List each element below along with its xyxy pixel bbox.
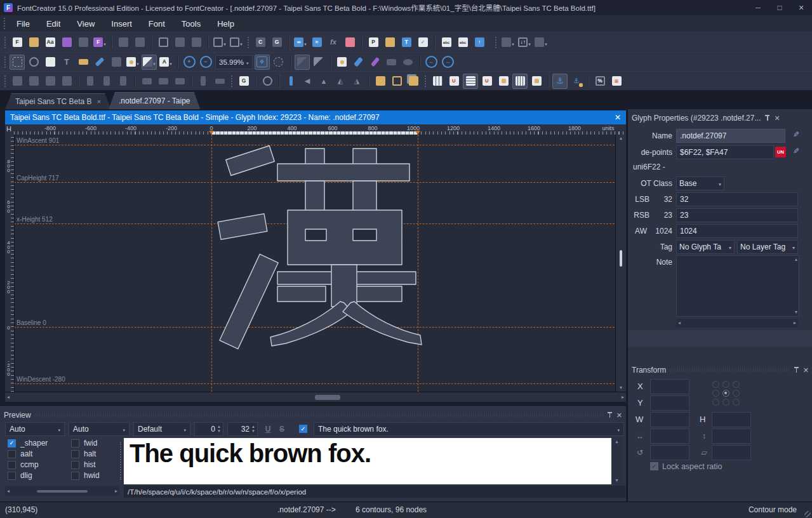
- paste-button[interactable]: [189, 35, 204, 50]
- glyph-contour[interactable]: [226, 146, 275, 176]
- advance-width-input[interactable]: [676, 224, 798, 238]
- ellipse-tool-button[interactable]: [401, 55, 416, 70]
- align-left-button[interactable]: [83, 74, 98, 89]
- align-center-button[interactable]: [99, 74, 114, 89]
- fill-tool-button[interactable]: [109, 55, 124, 70]
- spinner-arrows-icon[interactable]: ▲▼: [251, 425, 255, 433]
- remove-link-button[interactable]: ≈: [309, 35, 324, 50]
- tab-glyph-editor[interactable]: .notdef.27097 - Taipe: [109, 92, 201, 109]
- align-bottom-button[interactable]: [172, 74, 187, 89]
- skew-button[interactable]: [283, 74, 298, 89]
- union-button[interactable]: [373, 74, 388, 89]
- y-input[interactable]: [650, 395, 689, 411]
- text-tool-button[interactable]: T: [59, 55, 74, 70]
- features-scroll-thumb[interactable]: [37, 490, 88, 493]
- font-properties-button[interactable]: P: [366, 35, 381, 50]
- feature-row[interactable]: dlig: [8, 471, 32, 480]
- canvas-horizontal-scrollbar[interactable]: [5, 392, 626, 402]
- feature-row[interactable]: _shaper: [8, 439, 48, 448]
- scroll-left-icon[interactable]: [7, 395, 10, 400]
- new-font-button[interactable]: F: [10, 35, 25, 50]
- tab-close-icon[interactable]: [97, 97, 101, 106]
- script-select[interactable]: Auto: [69, 422, 130, 436]
- show-grid-button[interactable]: [430, 74, 445, 89]
- feature-row[interactable]: hwid: [71, 471, 100, 480]
- vertical-scroll-thumb[interactable]: [620, 250, 622, 267]
- menu-insert[interactable]: Insert: [103, 15, 140, 32]
- reset-orientation-button[interactable]: [260, 74, 275, 89]
- underline-toggle[interactable]: U: [263, 423, 273, 435]
- origin-dot-selected[interactable]: [722, 390, 729, 397]
- unicode-badge[interactable]: UN: [775, 147, 786, 157]
- menu-file[interactable]: File: [8, 15, 38, 32]
- lock-aspect-checkbox[interactable]: [650, 462, 658, 470]
- height-input[interactable]: [712, 412, 751, 427]
- save-all-button[interactable]: [76, 35, 91, 50]
- x-input[interactable]: [650, 379, 689, 394]
- horizontal-scroll-thumb[interactable]: [315, 395, 340, 400]
- feature-checkbox[interactable]: [71, 461, 79, 469]
- glyph-contour[interactable]: [353, 149, 376, 165]
- glyph-contour[interactable]: [220, 254, 278, 349]
- glyph-contour[interactable]: [277, 286, 326, 302]
- em-square-button[interactable]: ⊞: [609, 74, 624, 89]
- rotate-cw-button[interactable]: ◮: [349, 74, 364, 89]
- windescent-guide[interactable]: [14, 383, 615, 384]
- knife-tool-button[interactable]: [92, 55, 107, 70]
- features-scrollbar[interactable]: [5, 486, 119, 496]
- language-select[interactable]: Default: [133, 422, 190, 436]
- insert-link-button[interactable]: ∞: [293, 35, 308, 50]
- lsb-input[interactable]: [676, 192, 798, 206]
- scroll-right-icon[interactable]: [622, 395, 624, 400]
- glyph-contour[interactable]: [270, 302, 352, 346]
- resize-grip-icon[interactable]: [804, 511, 811, 517]
- glyph-window-close-icon[interactable]: [615, 113, 621, 122]
- ot-class-select[interactable]: Base: [676, 176, 724, 190]
- fill-mode-button[interactable]: [142, 55, 157, 70]
- menu-edit[interactable]: Edit: [38, 15, 69, 32]
- zoom-out-button[interactable]: −: [198, 55, 213, 70]
- preview-splitter[interactable]: [120, 442, 121, 480]
- scroll-left-icon[interactable]: [678, 321, 681, 326]
- bring-to-front-button[interactable]: [10, 74, 25, 89]
- scroll-up-icon[interactable]: [615, 439, 618, 444]
- scroll-up-icon[interactable]: [620, 136, 622, 141]
- rectangle-tool-button[interactable]: [384, 55, 399, 70]
- align-middle-button[interactable]: [156, 74, 171, 89]
- navigate-forward-button[interactable]: →: [441, 55, 456, 70]
- glyph-name-input[interactable]: [676, 129, 785, 143]
- pen-tool-button[interactable]: [368, 55, 383, 70]
- webfont-names-button[interactable]: abc: [455, 35, 470, 50]
- snap-metrics-button[interactable]: ∪: [479, 74, 495, 89]
- copy-button[interactable]: [172, 35, 187, 50]
- send-to-back-button[interactable]: [26, 74, 41, 89]
- show-filled-button[interactable]: [295, 55, 310, 70]
- glyph-transformer-button[interactable]: T: [399, 35, 414, 50]
- find-button[interactable]: [132, 35, 147, 50]
- font-validation-button[interactable]: ✓: [415, 35, 430, 50]
- features-checkbox[interactable]: [299, 425, 307, 433]
- vertical-ruler[interactable]: 800 600 400 200 0 -200: [5, 135, 15, 392]
- preview-vertical-scrollbar[interactable]: [611, 438, 622, 484]
- anchor-button[interactable]: ⚓: [552, 74, 568, 89]
- glyph-contour[interactable]: [218, 214, 267, 239]
- function-button[interactable]: fx: [326, 35, 341, 50]
- save-button[interactable]: [59, 35, 74, 50]
- spinner-arrows-icon[interactable]: ▲▼: [217, 425, 221, 433]
- horizontal-ruler[interactable]: H -800 -600 -400 -200 0 200 400 600 800 …: [5, 124, 626, 135]
- letter-spacing-spinner[interactable]: 0 ▲▼: [194, 422, 223, 436]
- add-codepoint-button[interactable]: C: [253, 35, 268, 50]
- scale-height-input[interactable]: [712, 428, 751, 444]
- origin-dot[interactable]: [722, 381, 729, 388]
- export-font-button[interactable]: ↑: [472, 35, 487, 50]
- note-textarea[interactable]: [676, 255, 799, 317]
- sort-button[interactable]: ↓↑: [517, 35, 532, 50]
- feature-checkbox[interactable]: [8, 439, 16, 448]
- glyph-contour[interactable]: [343, 302, 422, 345]
- scroll-right-icon[interactable]: [115, 489, 117, 494]
- align-top-button[interactable]: [139, 74, 154, 89]
- bring-forward-button[interactable]: [43, 74, 58, 89]
- glyph-contour[interactable]: [305, 181, 324, 211]
- distribute-vertical-button[interactable]: [212, 74, 227, 89]
- show-guides-button[interactable]: [512, 74, 528, 89]
